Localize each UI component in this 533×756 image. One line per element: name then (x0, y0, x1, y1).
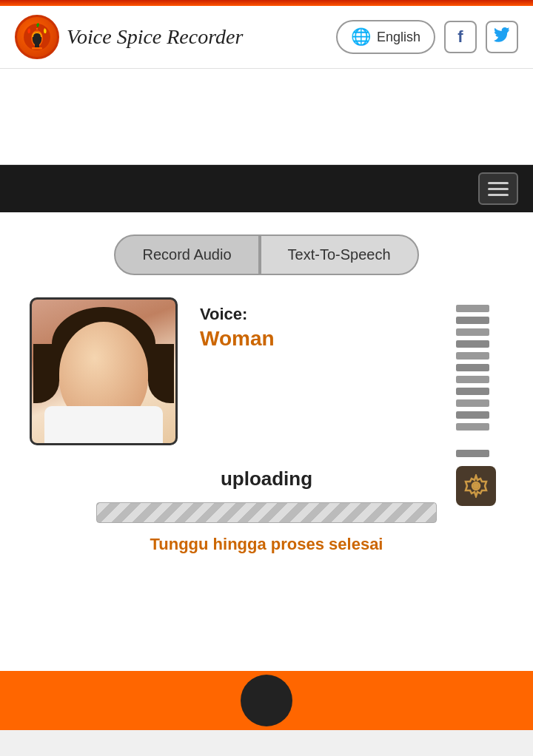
shirt (44, 406, 163, 443)
app-title: Voice Spice Recorder (67, 25, 243, 49)
globe-icon: 🌐 (351, 27, 371, 47)
language-button[interactable]: 🌐 English (336, 20, 435, 54)
language-label: English (377, 30, 420, 45)
level-bar-4 (456, 340, 489, 348)
level-bar-3 (456, 328, 489, 336)
tab-text-to-speech[interactable]: Text-To-Speech (260, 234, 419, 275)
main-content: Record Audio Text-To-Speech Voice: Woman (0, 212, 533, 671)
settings-button[interactable] (456, 466, 496, 506)
progress-bar (96, 502, 437, 523)
svg-rect-3 (32, 47, 42, 50)
facebook-icon: f (457, 27, 463, 47)
level-bar-8 (456, 388, 489, 395)
header-right: 🌐 English f (336, 20, 518, 54)
header: Voice Spice Recorder 🌐 English f (0, 6, 533, 69)
upload-section: uploading Tunggu hingga proses selesai (30, 468, 503, 554)
hamburger-line-3 (488, 194, 509, 196)
hair-right (148, 344, 174, 403)
level-bar-6 (456, 364, 489, 371)
uploading-status: uploading (30, 468, 503, 490)
bottom-section (0, 671, 533, 730)
hair-left (33, 344, 59, 403)
level-bar-11 (456, 423, 489, 431)
level-bars (449, 297, 503, 513)
bottom-avatar (241, 675, 292, 726)
wait-message: Tunggu hingga proses selesai (30, 535, 503, 554)
ad-banner (0, 69, 533, 165)
tab-record-audio[interactable]: Record Audio (114, 234, 259, 275)
twitter-icon (494, 27, 510, 47)
gear-icon (464, 474, 488, 498)
app-logo (15, 15, 59, 59)
level-bar-7 (456, 376, 489, 383)
face-wrapper (32, 300, 175, 443)
hamburger-line-1 (488, 182, 509, 184)
voice-section: Voice: Woman (30, 297, 503, 445)
level-bar-9 (456, 399, 489, 407)
level-bar-10 (456, 411, 489, 419)
tab-container: Record Audio Text-To-Speech (30, 234, 503, 275)
nav-bar (0, 165, 533, 212)
hamburger-line-2 (488, 188, 509, 190)
top-accent-bar (0, 0, 533, 6)
twitter-button[interactable] (486, 21, 518, 53)
level-bar-2 (456, 317, 489, 324)
level-bar-12 (456, 450, 489, 457)
hamburger-button[interactable] (478, 172, 518, 205)
level-bar-1 (456, 305, 489, 312)
avatar-image (32, 300, 175, 443)
logo-container: Voice Spice Recorder (15, 15, 243, 59)
voice-avatar (30, 297, 178, 445)
facebook-button[interactable]: f (444, 21, 477, 53)
level-bar-5 (456, 352, 489, 360)
